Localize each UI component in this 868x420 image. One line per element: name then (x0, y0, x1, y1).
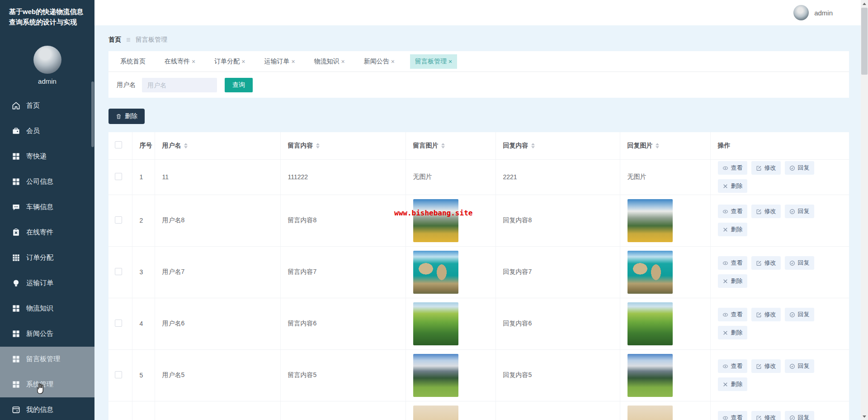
view-button[interactable]: 查看 (718, 359, 747, 373)
query-button[interactable]: 查询 (225, 78, 253, 92)
tab-close-icon[interactable]: × (448, 58, 452, 65)
sort-icon[interactable] (184, 143, 188, 148)
bulk-delete-button[interactable]: 删除 (108, 109, 145, 124)
x-icon (722, 278, 728, 284)
sidebar-item-company-info[interactable]: 公司信息 (0, 169, 94, 195)
sidebar-item-send-express[interactable]: 寄快递 (0, 144, 94, 169)
tab-system-home[interactable]: 系统首页 (117, 54, 149, 69)
sidebar-item-vehicle-info[interactable]: 车辆信息 (0, 195, 94, 220)
table-header-row: 序号 用户名 留言内容 留言图片 回复内容 回复图片 操作 (108, 132, 849, 159)
sidebar-item-label: 首页 (26, 101, 40, 110)
grid-icon (12, 380, 20, 389)
header-username[interactable]: admin (814, 9, 833, 17)
page-scrollbar[interactable] (861, 0, 868, 420)
view-button[interactable]: 查看 (718, 411, 747, 420)
reply-image-thumbnail[interactable] (627, 251, 673, 294)
row-checkbox[interactable] (115, 371, 122, 378)
sidebar-item-system-management[interactable]: 系统管理 (0, 372, 94, 397)
view-button[interactable]: 查看 (718, 205, 747, 218)
delete-row-button[interactable]: 删除 (718, 377, 747, 391)
reply-image-thumbnail[interactable] (627, 406, 673, 420)
reply-button[interactable]: 回复 (785, 411, 814, 420)
reply-image-thumbnail[interactable] (627, 354, 673, 397)
sidebar-item-online-shipping[interactable]: 在线寄件 (0, 220, 94, 245)
message-image-thumbnail[interactable] (413, 354, 458, 397)
username-input[interactable] (142, 78, 217, 92)
view-button[interactable]: 查看 (718, 161, 747, 175)
col-message[interactable]: 留言内容 (280, 132, 406, 159)
reply-icon (789, 312, 795, 318)
tab-order-allocation[interactable]: 订单分配× (211, 54, 249, 69)
reply-image-thumbnail[interactable] (627, 199, 673, 242)
sort-icon[interactable] (441, 143, 445, 148)
tab-close-icon[interactable]: × (291, 58, 295, 65)
edit-icon (756, 363, 762, 369)
scroll-up-arrow-icon[interactable] (861, 0, 868, 7)
sidebar-item-members[interactable]: 会员 (0, 119, 94, 144)
breadcrumb-home[interactable]: 首页 (108, 36, 121, 44)
message-image-thumbnail[interactable] (413, 199, 458, 242)
edit-button[interactable]: 修改 (751, 359, 781, 373)
sidebar-item-transport-orders[interactable]: 运输订单 (0, 271, 94, 296)
tabs-search-panel: 系统首页 在线寄件× 订单分配× 运输订单× 物流知识× 新 (108, 51, 849, 98)
sort-icon[interactable] (531, 143, 535, 148)
sidebar-item-label: 会员 (26, 127, 40, 135)
sidebar-item-news[interactable]: 新闻公告 (0, 321, 94, 347)
delete-row-button[interactable]: 删除 (718, 223, 747, 236)
reply-button[interactable]: 回复 (785, 308, 814, 321)
tab-news[interactable]: 新闻公告× (360, 54, 398, 69)
col-reply-image[interactable]: 回复图片 (620, 132, 710, 159)
scroll-down-arrow-icon[interactable] (861, 413, 868, 420)
user-avatar[interactable] (793, 5, 809, 20)
reply-button[interactable]: 回复 (785, 205, 814, 218)
col-message-image[interactable]: 留言图片 (406, 132, 495, 159)
edit-button[interactable]: 修改 (751, 256, 781, 270)
view-button[interactable]: 查看 (718, 256, 747, 270)
tab-message-board[interactable]: 留言板管理× (410, 54, 457, 69)
col-reply[interactable]: 回复内容 (495, 132, 620, 159)
page-scrollbar-thumb[interactable] (861, 8, 868, 75)
tab-close-icon[interactable]: × (341, 58, 345, 65)
sidebar-item-message-board[interactable]: 留言板管理 (0, 347, 94, 372)
row-checkbox[interactable] (115, 268, 122, 275)
view-button[interactable]: 查看 (718, 308, 747, 321)
row-checkbox[interactable] (115, 320, 122, 327)
trash-icon (116, 113, 122, 119)
sidebar-item-label: 新闻公告 (26, 329, 53, 338)
delete-row-button[interactable]: 删除 (718, 274, 747, 288)
sidebar-item-logistics-knowledge[interactable]: 物流知识 (0, 296, 94, 321)
reply-icon (789, 415, 795, 420)
delete-row-button[interactable]: 删除 (718, 179, 747, 193)
edit-button[interactable]: 修改 (751, 308, 781, 321)
select-all-checkbox[interactable] (115, 141, 122, 148)
sort-icon[interactable] (656, 143, 659, 148)
tab-transport-orders[interactable]: 运输订单× (260, 54, 298, 69)
tab-close-icon[interactable]: × (391, 58, 395, 65)
sidebar-scrollbar-thumb[interactable] (91, 81, 94, 147)
reply-button[interactable]: 回复 (785, 256, 814, 270)
tab-online-shipping[interactable]: 在线寄件× (161, 54, 199, 69)
tab-close-icon[interactable]: × (241, 58, 245, 65)
col-username[interactable]: 用户名 (155, 132, 280, 159)
sort-icon[interactable] (316, 143, 320, 148)
row-checkbox[interactable] (115, 216, 122, 224)
reply-image-thumbnail[interactable] (627, 302, 673, 345)
tab-close-icon[interactable]: × (192, 58, 195, 65)
sidebar-item-home[interactable]: 首页 (0, 93, 94, 119)
wallet-icon (12, 127, 20, 135)
reply-button[interactable]: 回复 (785, 161, 814, 175)
message-image-thumbnail[interactable] (413, 251, 458, 294)
search-form: 用户名 查询 (108, 72, 849, 98)
edit-button[interactable]: 修改 (751, 411, 781, 420)
reply-icon (789, 260, 795, 266)
row-checkbox[interactable] (115, 173, 122, 180)
sidebar-item-my-info[interactable]: 我的信息 (0, 397, 94, 420)
tab-logistics-knowledge[interactable]: 物流知识× (311, 54, 349, 69)
message-image-thumbnail[interactable] (413, 406, 458, 420)
delete-row-button[interactable]: 删除 (718, 326, 747, 339)
sidebar-item-order-allocation[interactable]: 订单分配 (0, 245, 94, 271)
edit-button[interactable]: 修改 (751, 161, 781, 175)
reply-button[interactable]: 回复 (785, 359, 814, 373)
edit-button[interactable]: 修改 (751, 205, 781, 218)
message-image-thumbnail[interactable] (413, 302, 458, 345)
